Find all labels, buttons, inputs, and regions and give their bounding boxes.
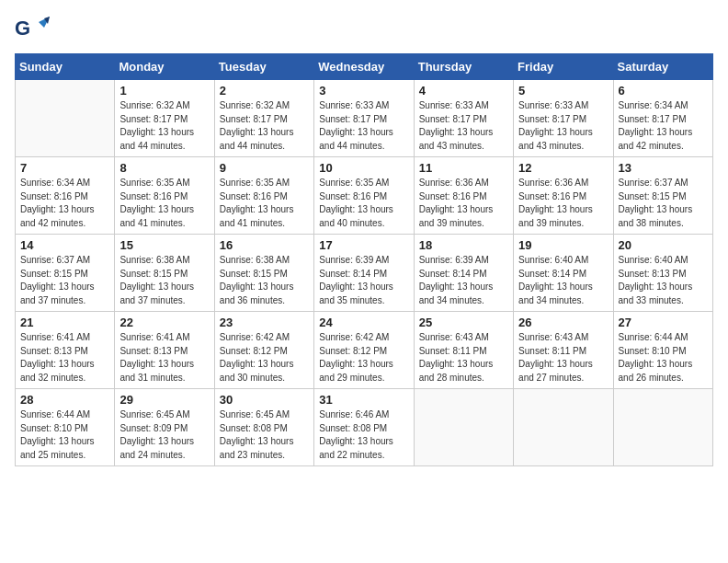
day-info: Sunrise: 6:44 AMSunset: 8:10 PMDaylight:… xyxy=(20,408,109,462)
calendar-cell: 20Sunrise: 6:40 AMSunset: 8:13 PMDayligh… xyxy=(613,235,712,312)
weekday-header-friday: Friday xyxy=(514,54,613,80)
calendar-cell: 23Sunrise: 6:42 AMSunset: 8:12 PMDayligh… xyxy=(214,312,313,389)
weekday-header-sunday: Sunday xyxy=(16,54,115,80)
day-number: 11 xyxy=(419,161,508,175)
day-number: 30 xyxy=(220,393,309,407)
calendar-cell: 19Sunrise: 6:40 AMSunset: 8:14 PMDayligh… xyxy=(514,235,613,312)
calendar-cell: 4Sunrise: 6:33 AMSunset: 8:17 PMDaylight… xyxy=(414,80,513,157)
weekday-header-wednesday: Wednesday xyxy=(314,54,414,80)
calendar-week-3: 14Sunrise: 6:37 AMSunset: 8:15 PMDayligh… xyxy=(16,235,713,312)
calendar-cell: 31Sunrise: 6:46 AMSunset: 8:08 PMDayligh… xyxy=(314,389,414,466)
calendar-week-5: 28Sunrise: 6:44 AMSunset: 8:10 PMDayligh… xyxy=(16,389,713,466)
day-number: 19 xyxy=(518,238,608,252)
calendar-cell xyxy=(613,389,712,466)
day-number: 6 xyxy=(619,84,708,98)
day-info: Sunrise: 6:36 AMSunset: 8:16 PMDaylight:… xyxy=(419,177,508,230)
day-info: Sunrise: 6:42 AMSunset: 8:12 PMDaylight:… xyxy=(220,331,309,385)
day-number: 3 xyxy=(319,84,408,98)
weekday-header-row: SundayMondayTuesdayWednesdayThursdayFrid… xyxy=(16,54,713,80)
calendar-cell: 9Sunrise: 6:35 AMSunset: 8:16 PMDaylight… xyxy=(214,157,313,235)
calendar-table: SundayMondayTuesdayWednesdayThursdayFrid… xyxy=(15,53,713,466)
day-number: 24 xyxy=(319,316,408,329)
day-info: Sunrise: 6:40 AMSunset: 8:14 PMDaylight:… xyxy=(518,254,608,307)
day-info: Sunrise: 6:40 AMSunset: 8:13 PMDaylight:… xyxy=(619,254,708,307)
day-number: 28 xyxy=(20,393,109,407)
calendar-cell: 22Sunrise: 6:41 AMSunset: 8:13 PMDayligh… xyxy=(115,312,214,389)
weekday-header-saturday: Saturday xyxy=(613,54,712,80)
day-info: Sunrise: 6:35 AMSunset: 8:16 PMDaylight:… xyxy=(119,177,209,230)
day-number: 10 xyxy=(319,161,408,175)
calendar-cell: 10Sunrise: 6:35 AMSunset: 8:16 PMDayligh… xyxy=(314,157,414,235)
day-number: 8 xyxy=(119,161,209,175)
day-info: Sunrise: 6:33 AMSunset: 8:17 PMDaylight:… xyxy=(518,99,608,153)
day-info: Sunrise: 6:35 AMSunset: 8:16 PMDaylight:… xyxy=(220,177,309,230)
calendar-cell: 16Sunrise: 6:38 AMSunset: 8:15 PMDayligh… xyxy=(214,235,313,312)
calendar-cell: 1Sunrise: 6:32 AMSunset: 8:17 PMDaylight… xyxy=(115,80,214,157)
calendar-cell: 28Sunrise: 6:44 AMSunset: 8:10 PMDayligh… xyxy=(16,389,115,466)
weekday-header-monday: Monday xyxy=(115,54,214,80)
calendar-cell: 5Sunrise: 6:33 AMSunset: 8:17 PMDaylight… xyxy=(514,80,613,157)
day-info: Sunrise: 6:41 AMSunset: 8:13 PMDaylight:… xyxy=(20,331,109,385)
day-number: 4 xyxy=(419,84,508,98)
weekday-header-tuesday: Tuesday xyxy=(214,54,313,80)
day-number: 22 xyxy=(119,316,209,329)
calendar-cell xyxy=(16,80,115,157)
day-info: Sunrise: 6:39 AMSunset: 8:14 PMDaylight:… xyxy=(319,254,408,307)
day-info: Sunrise: 6:38 AMSunset: 8:15 PMDaylight:… xyxy=(220,254,309,307)
calendar-cell: 15Sunrise: 6:38 AMSunset: 8:15 PMDayligh… xyxy=(115,235,214,312)
calendar-week-1: 1Sunrise: 6:32 AMSunset: 8:17 PMDaylight… xyxy=(16,80,713,157)
day-number: 29 xyxy=(119,393,209,407)
calendar-week-2: 7Sunrise: 6:34 AMSunset: 8:16 PMDaylight… xyxy=(16,157,713,235)
day-info: Sunrise: 6:32 AMSunset: 8:17 PMDaylight:… xyxy=(220,99,309,153)
calendar-cell: 2Sunrise: 6:32 AMSunset: 8:17 PMDaylight… xyxy=(214,80,313,157)
day-info: Sunrise: 6:41 AMSunset: 8:13 PMDaylight:… xyxy=(119,331,209,385)
calendar-cell: 18Sunrise: 6:39 AMSunset: 8:14 PMDayligh… xyxy=(414,235,513,312)
calendar-cell: 11Sunrise: 6:36 AMSunset: 8:16 PMDayligh… xyxy=(414,157,513,235)
day-number: 14 xyxy=(20,238,109,252)
day-number: 2 xyxy=(220,84,309,98)
logo: G xyxy=(15,15,53,46)
calendar-cell: 27Sunrise: 6:44 AMSunset: 8:10 PMDayligh… xyxy=(613,312,712,389)
day-number: 31 xyxy=(319,393,408,407)
weekday-header-thursday: Thursday xyxy=(414,54,513,80)
day-number: 20 xyxy=(619,238,708,252)
day-info: Sunrise: 6:37 AMSunset: 8:15 PMDaylight:… xyxy=(619,177,708,230)
day-info: Sunrise: 6:36 AMSunset: 8:16 PMDaylight:… xyxy=(518,177,608,230)
day-info: Sunrise: 6:34 AMSunset: 8:17 PMDaylight:… xyxy=(619,99,708,153)
day-info: Sunrise: 6:37 AMSunset: 8:15 PMDaylight:… xyxy=(20,254,109,307)
day-number: 15 xyxy=(119,238,209,252)
day-number: 12 xyxy=(518,161,608,175)
day-info: Sunrise: 6:46 AMSunset: 8:08 PMDaylight:… xyxy=(319,408,408,462)
calendar-cell: 25Sunrise: 6:43 AMSunset: 8:11 PMDayligh… xyxy=(414,312,513,389)
day-info: Sunrise: 6:32 AMSunset: 8:17 PMDaylight:… xyxy=(119,99,209,153)
day-info: Sunrise: 6:45 AMSunset: 8:09 PMDaylight:… xyxy=(119,408,209,462)
day-info: Sunrise: 6:33 AMSunset: 8:17 PMDaylight:… xyxy=(419,99,508,153)
calendar-cell: 30Sunrise: 6:45 AMSunset: 8:08 PMDayligh… xyxy=(214,389,313,466)
calendar-cell: 21Sunrise: 6:41 AMSunset: 8:13 PMDayligh… xyxy=(16,312,115,389)
day-info: Sunrise: 6:44 AMSunset: 8:10 PMDaylight:… xyxy=(619,331,708,385)
day-info: Sunrise: 6:35 AMSunset: 8:16 PMDaylight:… xyxy=(319,177,408,230)
day-number: 13 xyxy=(619,161,708,175)
calendar-cell: 13Sunrise: 6:37 AMSunset: 8:15 PMDayligh… xyxy=(613,157,712,235)
day-info: Sunrise: 6:34 AMSunset: 8:16 PMDaylight:… xyxy=(20,177,109,230)
calendar-cell: 17Sunrise: 6:39 AMSunset: 8:14 PMDayligh… xyxy=(314,235,414,312)
day-number: 23 xyxy=(220,316,309,329)
logo-bird-icon: G xyxy=(15,15,50,46)
calendar-cell: 29Sunrise: 6:45 AMSunset: 8:09 PMDayligh… xyxy=(115,389,214,466)
day-number: 21 xyxy=(20,316,109,329)
calendar-cell xyxy=(414,389,513,466)
day-number: 25 xyxy=(419,316,508,329)
day-info: Sunrise: 6:39 AMSunset: 8:14 PMDaylight:… xyxy=(419,254,508,307)
calendar-week-4: 21Sunrise: 6:41 AMSunset: 8:13 PMDayligh… xyxy=(16,312,713,389)
calendar-cell: 14Sunrise: 6:37 AMSunset: 8:15 PMDayligh… xyxy=(16,235,115,312)
calendar-cell xyxy=(514,389,613,466)
day-number: 27 xyxy=(619,316,708,329)
svg-text:G: G xyxy=(15,17,30,40)
calendar-cell: 26Sunrise: 6:43 AMSunset: 8:11 PMDayligh… xyxy=(514,312,613,389)
calendar-cell: 6Sunrise: 6:34 AMSunset: 8:17 PMDaylight… xyxy=(613,80,712,157)
page-header: G xyxy=(15,15,713,46)
calendar-cell: 3Sunrise: 6:33 AMSunset: 8:17 PMDaylight… xyxy=(314,80,414,157)
calendar-cell: 8Sunrise: 6:35 AMSunset: 8:16 PMDaylight… xyxy=(115,157,214,235)
day-info: Sunrise: 6:43 AMSunset: 8:11 PMDaylight:… xyxy=(419,331,508,385)
calendar-cell: 7Sunrise: 6:34 AMSunset: 8:16 PMDaylight… xyxy=(16,157,115,235)
